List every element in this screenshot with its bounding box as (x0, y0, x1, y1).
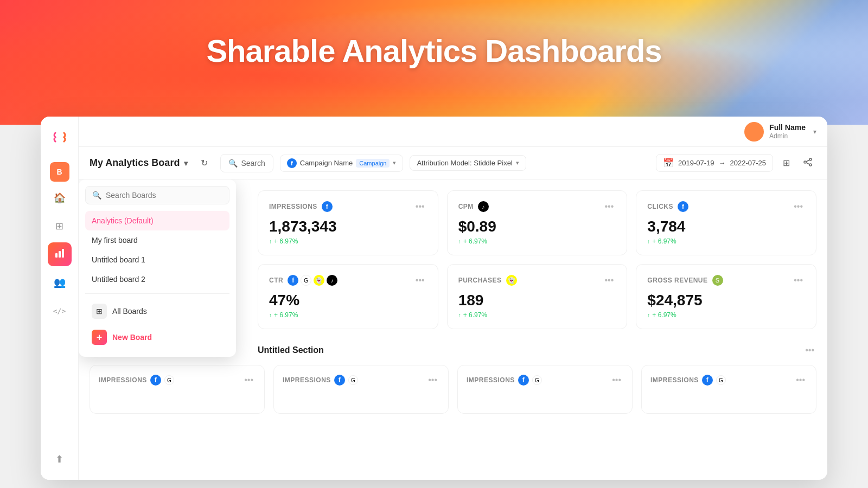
mini-stat-header: IMPRESSIONS f G ••• (650, 374, 807, 386)
stat-change: ↑ + 6.97% (458, 237, 616, 245)
facebook-platform-icon: f (678, 201, 688, 212)
filter-chevron-icon: ▾ (393, 159, 396, 166)
svg-line-8 (806, 163, 809, 164)
up-arrow-icon: ↑ (269, 312, 272, 318)
google-mini-icon: G (716, 375, 726, 385)
sidebar-bottom: ⬆ (48, 447, 72, 471)
section-more-button[interactable]: ••• (803, 344, 816, 356)
sidebar-item-analytics[interactable] (48, 242, 72, 266)
search-button[interactable]: 🔍 Search (220, 154, 273, 172)
up-arrow-icon: ↑ (647, 239, 650, 245)
stat-more-button[interactable]: ••• (792, 274, 805, 286)
sidebar-item-upload[interactable]: ⬆ (48, 447, 72, 471)
sidebar-item-users[interactable]: 👥 (48, 271, 72, 294)
mini-stat-header: IMPRESSIONS f G ••• (467, 374, 623, 386)
svg-line-7 (806, 160, 809, 162)
up-arrow-icon: ↑ (458, 312, 461, 318)
campaign-filter-button[interactable]: f Campaign Name Campaign ▾ (280, 155, 404, 172)
mini-stat-label: IMPRESSIONS (283, 376, 331, 384)
date-arrow-icon: → (719, 159, 726, 167)
search-label: Search (241, 159, 265, 168)
stat-value: 47% (269, 292, 427, 309)
stat-label: GROSS REVENUE (647, 277, 707, 284)
stat-card-header: GROSS REVENUE S ••• (647, 274, 805, 286)
stat-label-row: CLICKS f (647, 201, 688, 212)
date-range-button[interactable]: 📅 2019-07-19 → 2022-07-25 (656, 154, 773, 172)
sidebar-item-code[interactable]: </> (48, 299, 72, 323)
dropdown-search-icon: 🔍 (92, 191, 101, 200)
sidebar-item-dashboard[interactable]: ⊞ (48, 214, 72, 238)
mini-stat-more-button[interactable]: ••• (242, 374, 256, 386)
share-icon (803, 158, 812, 169)
dropdown-item-1[interactable]: My first board (85, 230, 229, 250)
stat-change: ↑ + 6.97% (269, 237, 427, 245)
svg-rect-1 (55, 253, 58, 258)
snapchat-platform-icon: 👻 (506, 275, 517, 286)
facebook-mini-icon: f (702, 375, 713, 386)
board-title-button[interactable]: My Analytics Board ▾ (90, 157, 188, 169)
dropdown-item-0[interactable]: Analytics (Default) (85, 211, 229, 230)
google-icon: G (301, 275, 311, 286)
stat-label: IMPRESSIONS (269, 203, 317, 210)
mini-stat-more-button[interactable]: ••• (426, 374, 439, 386)
mini-stat-card-3: IMPRESSIONS f G ••• (641, 365, 816, 414)
tiktok-icon: ♪ (327, 275, 337, 286)
facebook-filter-icon: f (287, 158, 297, 168)
stat-label-row: GROSS REVENUE S (647, 275, 723, 286)
mini-stat-label: IMPRESSIONS (650, 376, 699, 384)
refresh-button[interactable]: ↻ (194, 153, 214, 173)
section-title: Untitled Section (258, 345, 324, 355)
new-board-button[interactable]: + New Board (85, 324, 229, 350)
attribution-chevron-icon: ▾ (516, 159, 519, 166)
sidebar-user-avatar[interactable]: B (50, 162, 69, 182)
user-chevron-icon[interactable]: ▾ (813, 128, 816, 136)
sidebar-item-home[interactable]: 🏠 (48, 186, 72, 210)
user-role: Admin (769, 132, 806, 141)
stat-label-row: IMPRESSIONS f (269, 201, 333, 212)
stat-card-gross-revenue: GROSS REVENUE S ••• $24,875 ↑ + 6.97% (636, 264, 816, 329)
up-arrow-icon: ↑ (647, 312, 650, 318)
dropdown-item-3[interactable]: Untitled board 2 (85, 269, 229, 289)
filter-label: Campaign Name (300, 159, 353, 167)
svg-point-4 (809, 158, 812, 160)
attribution-button[interactable]: Attribution Model: Stiddle Pixel ▾ (410, 155, 526, 171)
mini-stat-header: IMPRESSIONS f G ••• (283, 374, 439, 386)
stat-more-button[interactable]: ••• (792, 201, 805, 213)
stats-row-2: CTR f G 👻 ♪ ••• 47% ↑ + (258, 264, 816, 329)
stat-more-button[interactable]: ••• (603, 274, 616, 286)
stat-change-value: + 6.97% (652, 311, 676, 319)
stat-value: 3,784 (647, 218, 805, 235)
dropdown-divider (85, 293, 229, 294)
stat-card-cpm: CPM ♪ ••• $0.89 ↑ + 6.97% (447, 190, 628, 255)
user-text: Full Name Admin (769, 123, 806, 141)
mini-stat-more-button[interactable]: ••• (610, 374, 623, 386)
app-container: B 🏠 ⊞ 👥 </> ⬆ (41, 117, 827, 480)
board-title-label: My Analytics Board (90, 157, 180, 169)
mini-stat-more-button[interactable]: ••• (794, 374, 807, 386)
mini-stat-header: IMPRESSIONS f G ••• (99, 374, 256, 386)
stat-label: CLICKS (647, 203, 673, 210)
analytics-icon (54, 248, 65, 261)
stat-card-clicks: CLICKS f ••• 3,784 ↑ + 6.97% (636, 190, 816, 255)
grid-view-button[interactable]: ⊞ (777, 155, 795, 172)
section-header: Untitled Section ••• (258, 338, 816, 365)
mini-stat-card-0: IMPRESSIONS f G ••• (90, 365, 265, 414)
date-end: 2022-07-25 (730, 159, 767, 167)
stat-label-row: PURCHASES 👻 (458, 275, 517, 286)
board-search-input[interactable] (106, 191, 222, 200)
stat-change-value: + 6.97% (274, 237, 298, 245)
google-mini-icon: G (532, 375, 542, 385)
share-button[interactable] (799, 155, 816, 172)
grid-icon: ⊞ (783, 158, 790, 168)
stat-card-header: CLICKS f ••• (647, 201, 805, 213)
sidebar-logo[interactable] (48, 125, 72, 149)
new-board-icon: + (92, 330, 107, 345)
all-boards-button[interactable]: ⊞ All Boards (85, 298, 229, 324)
stat-card-header: PURCHASES 👻 ••• (458, 274, 616, 286)
stat-more-button[interactable]: ••• (603, 201, 616, 213)
stat-label-row: CPM ♪ (458, 201, 489, 212)
stat-value: $0.89 (458, 218, 616, 235)
stat-more-button[interactable]: ••• (413, 201, 427, 213)
stat-more-button[interactable]: ••• (413, 274, 427, 286)
dropdown-item-2[interactable]: Untitled board 1 (85, 250, 229, 269)
